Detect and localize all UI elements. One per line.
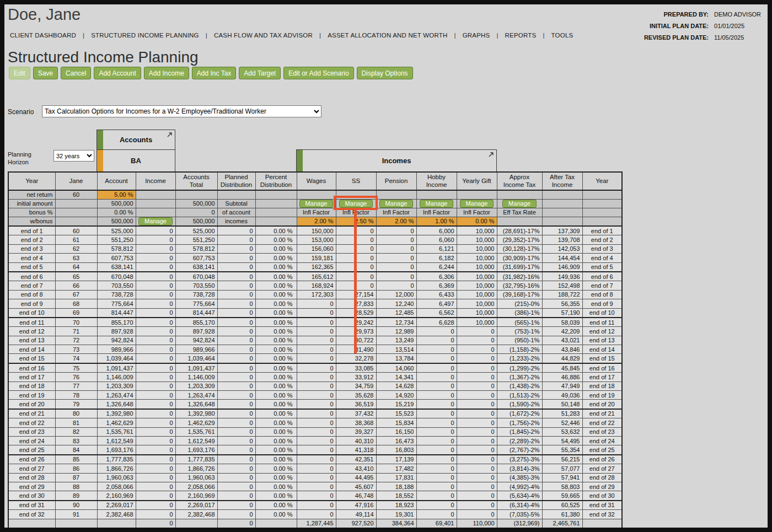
manage-ss-button[interactable]: Manage xyxy=(339,200,373,208)
cell: 41,318 xyxy=(336,445,376,455)
cell: 1,462,629 xyxy=(97,418,136,427)
manage-wages-button[interactable]: Manage xyxy=(299,200,334,208)
net-return-rate[interactable]: 5.00 % xyxy=(97,190,136,200)
cell: (565)-1% xyxy=(497,318,542,327)
cell: 0 xyxy=(136,327,175,336)
net-return-row: net return 60 5.00 % xyxy=(8,190,622,200)
planning-horizon-select[interactable]: 32 years xyxy=(53,150,94,162)
cell: 989,966 xyxy=(97,345,136,354)
table-row: end of 261551,2500551,25000.00 %153,0000… xyxy=(8,235,622,244)
cell: 0 xyxy=(217,272,255,281)
gift-infl-value[interactable]: 0.00 % xyxy=(457,217,497,227)
manage-pension-button[interactable]: Manage xyxy=(379,200,414,208)
cell: 0.00 % xyxy=(255,308,297,318)
nav-tools[interactable]: TOOLS xyxy=(551,32,573,39)
display-options-button[interactable]: Display Options xyxy=(357,67,413,79)
edit-button[interactable]: Edit xyxy=(9,67,30,79)
expand-incomes-icon[interactable] xyxy=(487,151,495,158)
cell: 0 xyxy=(136,427,175,436)
cell: 0 xyxy=(336,281,376,290)
cell: (30,128)-17% xyxy=(497,244,542,253)
cell: 1,693,176 xyxy=(97,445,136,455)
nav-cash-flow-and-tax-advisor[interactable]: CASH FLOW AND TAX ADVISOR xyxy=(214,32,328,39)
edit-or-add-scenario-button[interactable]: Edit or Add Scenario xyxy=(283,67,353,79)
manage-yearly-gift-button[interactable]: Manage xyxy=(460,200,494,208)
manage-income-tax-button[interactable]: Manage xyxy=(502,200,537,208)
cell: 0 xyxy=(297,373,336,381)
cell: 607,753 xyxy=(175,254,217,262)
cell: 0 xyxy=(297,510,336,519)
table-row: end of 1170855,1700855,17000.00 %029,242… xyxy=(8,318,622,327)
cell: (2,767)-2% xyxy=(497,445,542,455)
cell: 0 xyxy=(457,354,497,363)
cell: 1,326,648 xyxy=(97,400,136,409)
nav-reports[interactable]: REPORTS xyxy=(505,32,551,39)
gift-infl-factor-label: Infl Factor xyxy=(457,208,497,217)
add-inc-tax-button[interactable]: Add Inc Tax xyxy=(192,67,236,79)
pension-infl-value[interactable]: 2.00 % xyxy=(376,217,416,227)
cell: 57,190 xyxy=(542,308,582,318)
cell: 51,283 xyxy=(542,409,582,418)
cell: 942,824 xyxy=(175,336,217,345)
save-button[interactable]: Save xyxy=(33,67,58,79)
wages-infl-value[interactable]: 2.00 % xyxy=(297,217,336,227)
cell: 90 xyxy=(55,501,97,510)
cell: 0 xyxy=(297,464,336,473)
cell: 0 xyxy=(217,354,255,363)
nav-client-dashboard[interactable]: CLIENT DASHBOARD xyxy=(10,32,91,39)
cell: 0 xyxy=(297,336,336,345)
manage-income-button[interactable]: Manage xyxy=(138,217,173,225)
scenario-select[interactable]: Tax Calculation Options for Incomes for … xyxy=(42,105,321,117)
cell: end of 14 xyxy=(8,345,55,354)
cell: 0 xyxy=(136,308,175,318)
total-cell: 110,000 xyxy=(457,519,497,528)
cell: 0 xyxy=(136,445,175,455)
total-cell: 0 xyxy=(217,519,255,528)
cell: end of 26 xyxy=(582,455,622,464)
cell: end of 16 xyxy=(8,363,55,373)
cell: 578,812 xyxy=(175,244,217,253)
total-cell: 927,520 xyxy=(336,519,376,528)
cell: 0.00 % xyxy=(255,327,297,336)
prepared-by-label: PREPARED BY: xyxy=(644,11,709,18)
cell: end of 29 xyxy=(582,482,622,491)
expand-accounts-icon[interactable] xyxy=(166,131,173,138)
add-account-button[interactable]: Add Account xyxy=(94,67,141,79)
ss-infl-value[interactable]: 2.50 % xyxy=(336,217,376,227)
table-row: end of 160525,0000525,00000.00 %150,0000… xyxy=(8,226,622,235)
cancel-button[interactable]: Cancel xyxy=(61,67,91,79)
cell: 0 xyxy=(217,391,255,400)
cell: 0 xyxy=(136,345,175,354)
cell: 0 xyxy=(217,308,255,318)
cell: 69 xyxy=(55,308,97,318)
cell: 0 xyxy=(136,318,175,327)
cell: 0 xyxy=(297,482,336,491)
manage-hobby-income-button[interactable]: Manage xyxy=(420,200,454,208)
cell: 45,845 xyxy=(542,363,582,373)
cell: 2,058,066 xyxy=(175,482,217,491)
cell: 0.00 % xyxy=(255,445,297,455)
cell: 56,215 xyxy=(542,455,582,464)
cell: (2,289)-2% xyxy=(497,436,542,445)
cell: (6,314)-4% xyxy=(497,501,542,510)
col-header-accounts-total: Accounts Total xyxy=(175,172,217,190)
nav-asset-allocation-and-net-worth[interactable]: ASSET ALLOCATION AND NET WORTH xyxy=(328,32,463,39)
add-target-button[interactable]: Add Target xyxy=(239,67,281,79)
cell: 0 xyxy=(297,308,336,318)
cell: 1,612,549 xyxy=(97,436,136,445)
table-row: end of 24831,612,54901,612,54900.00 %040… xyxy=(8,436,622,445)
ba-color-bar xyxy=(97,150,103,171)
nav-graphs[interactable]: GRAPHS xyxy=(463,32,505,39)
cell: 0 xyxy=(136,272,175,281)
cell: 989,966 xyxy=(175,345,217,354)
cell: (1,233)-2% xyxy=(497,354,542,363)
hobby-infl-value[interactable]: 1.00 % xyxy=(416,217,457,227)
nav-structured-income-planning[interactable]: STRUCTURED INCOME PLANNING xyxy=(91,32,214,39)
cell: 62 xyxy=(55,244,97,253)
cell: 0.00 % xyxy=(255,436,297,445)
table-row: end of 1271897,9280897,92800.00 %029,973… xyxy=(8,327,622,336)
cell: 0 xyxy=(136,262,175,272)
total-cell xyxy=(175,519,217,528)
cell: 855,170 xyxy=(97,318,136,327)
add-income-button[interactable]: Add Income xyxy=(144,67,189,79)
